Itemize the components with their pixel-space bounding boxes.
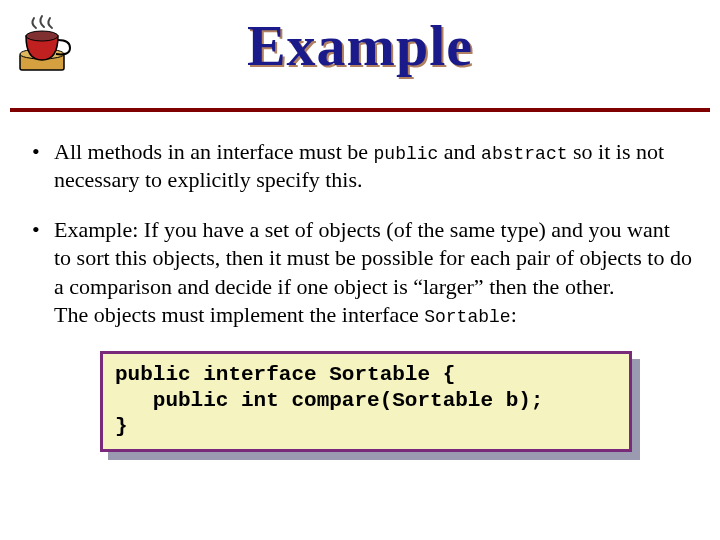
slide-content: All methods in an interface must be publ… <box>0 112 720 452</box>
slide-title: Example <box>0 12 720 79</box>
bullet-text: and <box>438 139 481 164</box>
bullet-item: Example: If you have a set of objects (o… <box>28 216 692 329</box>
svg-point-2 <box>26 31 58 41</box>
bullet-text: All methods in an interface must be <box>54 139 374 164</box>
inline-code: abstract <box>481 144 567 164</box>
code-block-container: public interface Sortable { public int c… <box>100 351 632 452</box>
bullet-text: Example: If you have a set of objects (o… <box>54 217 692 326</box>
bullet-item: All methods in an interface must be publ… <box>28 138 692 194</box>
inline-code: public <box>374 144 439 164</box>
code-block: public interface Sortable { public int c… <box>100 351 632 452</box>
inline-code: Sortable <box>424 307 510 327</box>
slide-header: Example <box>0 0 720 108</box>
coffee-cup-icon <box>12 12 82 82</box>
bullet-text: : <box>511 302 517 327</box>
